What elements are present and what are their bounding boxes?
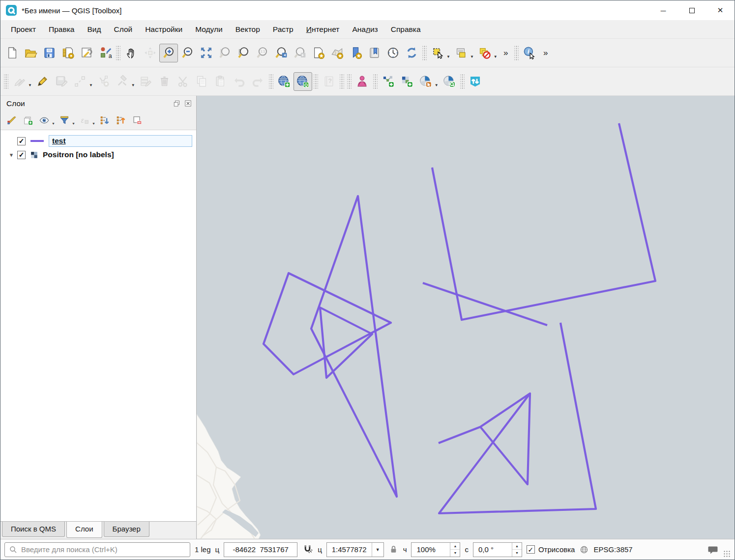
- menu-item-модули[interactable]: Модули: [189, 25, 229, 34]
- render-checkbox[interactable]: ✓ Отрисовка: [527, 545, 575, 554]
- datasource-search-button[interactable]: [440, 72, 459, 91]
- maximize-button[interactable]: [677, 0, 706, 20]
- toolbar-overflow-button[interactable]: »: [539, 44, 553, 62]
- close-button[interactable]: ✕: [706, 0, 735, 20]
- tab-qms-search[interactable]: Поиск в QMS: [2, 522, 65, 537]
- crs-status[interactable]: EPSG:3857: [593, 545, 632, 554]
- rotation-spinbox[interactable]: 0,0 ° ▲▼: [473, 542, 522, 557]
- deselect-button[interactable]: [475, 44, 494, 62]
- temporal-button[interactable]: [383, 44, 402, 62]
- toggle-editing-button[interactable]: [33, 72, 52, 91]
- show-bookmarks-button[interactable]: [365, 44, 383, 62]
- pan-selection-button[interactable]: [141, 44, 159, 62]
- chevron-down-icon[interactable]: ▼: [372, 543, 383, 557]
- add-line-dropdown-icon[interactable]: ▼: [89, 83, 93, 87]
- tab-browser[interactable]: Браузер: [104, 522, 149, 537]
- chevron-down-icon[interactable]: ▾: [5, 152, 17, 158]
- manage-themes-button[interactable]: [37, 113, 52, 128]
- layout-manager-button[interactable]: [77, 44, 96, 62]
- menu-item-вектор[interactable]: Вектор: [229, 25, 266, 34]
- add-raster-button[interactable]: [398, 72, 416, 91]
- layer-row-positron[interactable]: ▾ ✓ Positron [no labels]: [0, 148, 196, 162]
- current-edits-dropdown-icon[interactable]: ▼: [28, 83, 32, 87]
- search-input[interactable]: Введите для поиска (Ctrl+K): [4, 542, 190, 557]
- metasearch-button[interactable]: [353, 72, 372, 91]
- magnifier-spinbox[interactable]: 100% ▲▼: [411, 542, 460, 557]
- zoom-selection-button[interactable]: [215, 44, 234, 62]
- zoom-layer-button[interactable]: [234, 44, 253, 62]
- menu-item-проект[interactable]: Проект: [4, 25, 42, 34]
- layer-visibility-checkbox[interactable]: ✓: [17, 137, 26, 145]
- menu-item-вид[interactable]: Вид: [81, 25, 107, 34]
- resize-grip[interactable]: [723, 550, 731, 558]
- coordinate-input[interactable]: -84622 7531767: [224, 542, 297, 557]
- datasource-select-button[interactable]: [416, 72, 435, 91]
- collapse-all-button[interactable]: [114, 113, 128, 128]
- layer-name-positron[interactable]: Positron [no labels]: [43, 150, 114, 159]
- zoom-out-button[interactable]: [178, 44, 197, 62]
- menu-item-правка[interactable]: Правка: [42, 25, 81, 34]
- help-button[interactable]: ?: [320, 72, 338, 91]
- qms-add-button[interactable]: [275, 72, 294, 91]
- layer-name-test[interactable]: test: [49, 135, 192, 147]
- checkbox-checked-icon[interactable]: ✓: [527, 545, 535, 554]
- menu-item-справка[interactable]: Справка: [384, 25, 427, 34]
- select-rect-button[interactable]: [428, 44, 447, 62]
- open-project-button[interactable]: [21, 44, 40, 62]
- delete-selected-button[interactable]: [155, 72, 174, 91]
- vertex-tool-button[interactable]: [94, 72, 113, 91]
- layer-row-test[interactable]: ✓ test: [0, 134, 196, 148]
- new-layout-button[interactable]: [59, 44, 77, 62]
- paste-features-button[interactable]: [211, 72, 230, 91]
- map-canvas[interactable]: [197, 96, 735, 539]
- add-group-button[interactable]: [21, 113, 35, 128]
- layer-tree[interactable]: ✓ test ▾ ✓ Positron [no labels]: [0, 130, 196, 521]
- filter-expression-button[interactable]: ε: [77, 113, 92, 128]
- filter-legend-button[interactable]: [57, 113, 72, 128]
- spinner-arrows[interactable]: ▲▼: [450, 543, 460, 557]
- layer-visibility-checkbox[interactable]: ✓: [17, 151, 26, 159]
- scale-lock-icon[interactable]: [388, 544, 399, 555]
- float-panel-icon[interactable]: [173, 99, 181, 108]
- minimize-button[interactable]: ─: [649, 0, 677, 20]
- close-panel-icon[interactable]: [184, 99, 192, 108]
- copy-features-button[interactable]: [193, 72, 211, 91]
- modify-attrs-button[interactable]: [113, 72, 132, 91]
- plugin-updown-button[interactable]: [466, 72, 485, 91]
- cut-features-button[interactable]: [174, 72, 193, 91]
- refresh-button[interactable]: [402, 44, 421, 62]
- datasource-select-dropdown-icon[interactable]: ▼: [435, 83, 439, 87]
- zoom-last-button[interactable]: [271, 44, 290, 62]
- menu-item-растр[interactable]: Растр: [266, 25, 300, 34]
- coordinate-extent-toggle-icon[interactable]: [302, 544, 313, 555]
- zoom-native-button[interactable]: 1:1: [253, 44, 271, 62]
- add-vector-button[interactable]: [379, 72, 398, 91]
- redo-button[interactable]: [249, 72, 267, 91]
- filter-expression-dropdown-icon[interactable]: ▼: [92, 122, 95, 125]
- filter-legend-dropdown-icon[interactable]: ▼: [72, 122, 75, 125]
- zoom-in-button[interactable]: [159, 44, 178, 62]
- styling-brush-button[interactable]: [4, 113, 19, 128]
- undo-button[interactable]: [230, 72, 249, 91]
- save-project-button[interactable]: [40, 44, 59, 62]
- save-edits-button[interactable]: [52, 72, 71, 91]
- zoom-next-button[interactable]: [290, 44, 309, 62]
- style-manager-button[interactable]: a: [96, 44, 115, 62]
- toolbar-overflow-button[interactable]: »: [499, 44, 513, 62]
- messages-icon[interactable]: [707, 544, 719, 556]
- expand-all-button[interactable]: [97, 113, 112, 128]
- select-rect-dropdown-icon[interactable]: ▼: [446, 55, 450, 59]
- add-line-button[interactable]: [71, 72, 89, 91]
- menu-item-анализ[interactable]: Анализ: [346, 25, 384, 34]
- spinner-arrows[interactable]: ▲▼: [512, 543, 522, 557]
- current-edits-button[interactable]: [10, 72, 29, 91]
- menu-item-настройки[interactable]: Настройки: [139, 25, 189, 34]
- select-form-dropdown-icon[interactable]: ▼: [470, 55, 474, 59]
- tab-layers[interactable]: Слои: [66, 522, 102, 538]
- deselect-dropdown-icon[interactable]: ▼: [494, 55, 498, 59]
- qms-search-button[interactable]: Q: [294, 72, 312, 91]
- title-bar[interactable]: *Без имени — QGIS [Toolbox] ─ ✕: [0, 0, 735, 20]
- pan-map-button[interactable]: [122, 44, 141, 62]
- remove-layer-button[interactable]: [130, 113, 145, 128]
- new-map-view-button[interactable]: [309, 44, 327, 62]
